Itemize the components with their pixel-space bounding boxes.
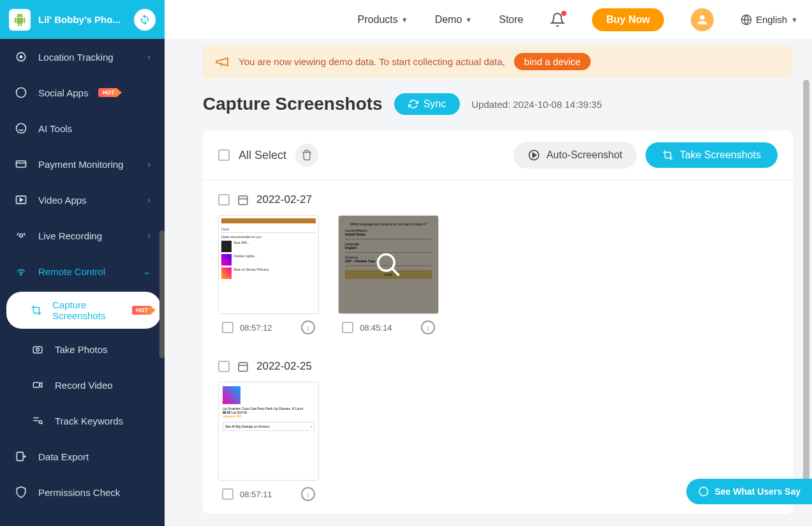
screenshot-thumbnail[interactable]: Which language and currency do you want … [338,215,439,314]
chat-widget[interactable]: See What Users Say [686,479,812,504]
chevron-right-icon: › [147,159,151,169]
sidebar-item-recording[interactable]: Live Recording› [0,218,165,253]
search-list-icon [31,414,45,428]
wifi-icon [14,264,28,278]
updated-text: Updated: 2024-10-08 14:39:35 [471,99,602,110]
notifications-icon[interactable] [550,12,565,27]
page-title: Capture Screenshots [203,94,383,114]
android-icon [9,9,31,31]
sidebar-item-permissions[interactable]: Permissions Check [0,474,165,510]
screenshot-card[interactable]: Which language and currency do you want … [338,215,439,341]
magnify-icon [374,251,402,279]
svg-rect-5 [17,161,26,167]
download-icon[interactable]: ↓ [421,320,435,334]
svg-marker-8 [20,199,22,202]
camera-icon [31,342,45,356]
svg-point-4 [17,124,26,133]
language-selector[interactable]: English ▼ [741,14,798,26]
sidebar-item-ai[interactable]: AI Tools [0,110,165,146]
svg-point-24 [378,254,395,271]
take-screenshots-button[interactable]: Take Screenshots [646,142,778,168]
sidebar-item-remote[interactable]: Remote Control⌄ [0,253,165,289]
device-name: Lil' Bobby's Pho... [38,14,126,25]
item-checkbox[interactable] [342,322,353,333]
svg-point-12 [36,349,40,352]
sidebar-item-capture[interactable]: Capture Screenshots HOT [6,292,161,329]
nav-store[interactable]: Store [499,14,523,26]
select-all-checkbox[interactable] [218,149,230,161]
screenshot-card[interactable]: Lip Smacker Coca-Cola Party Pack Lip Glo… [218,382,319,507]
sidebar-item-video[interactable]: Video Apps› [0,182,165,218]
crop-icon [662,149,674,161]
content-scrollbar[interactable] [803,80,809,488]
item-checkbox[interactable] [222,322,233,333]
screenshot-card[interactable]: Deals Deals recommended for you Save $45… [218,215,319,341]
svg-line-25 [392,268,399,275]
export-icon [14,449,28,463]
svg-line-18 [41,423,43,425]
screenshot-time: 08:57:11 [240,490,272,499]
screenshot-thumbnail[interactable]: Lip Smacker Coca-Cola Party Pack Lip Glo… [218,382,319,481]
sidebar-item-photos[interactable]: Take Photos [0,331,165,367]
camcorder-icon [31,378,45,392]
download-icon[interactable]: ↓ [301,320,315,334]
svg-point-10 [20,274,22,275]
sidebar-item-payment[interactable]: Payment Monitoring› [0,146,165,182]
avatar[interactable] [691,8,714,31]
date-label: 2022-02-25 [256,360,312,373]
date-checkbox[interactable] [218,361,230,372]
shield-icon [14,485,28,499]
svg-point-9 [20,234,23,237]
chat-icon [14,86,28,100]
bind-device-button[interactable]: bind a device [514,53,591,70]
content: You are now viewing demo data. To start … [165,39,812,526]
hot-badge: HOT [98,88,118,97]
svg-rect-13 [33,382,40,387]
sidebar-item-record-video[interactable]: Record Video [0,367,165,403]
download-icon[interactable]: ↓ [301,487,315,501]
chat-icon [698,486,709,497]
demo-alert: You are now viewing demo data. To start … [203,45,793,78]
screenshot-time: 08:57:12 [240,323,272,333]
switch-device-icon[interactable] [134,9,156,31]
screenshot-thumbnail[interactable]: Deals Deals recommended for you Save $45… [218,215,319,314]
item-checkbox[interactable] [222,488,233,500]
delete-button[interactable] [295,144,318,167]
sidebar-item-location[interactable]: Location Tracking› [0,39,165,75]
sidebar-scrollbar[interactable] [159,230,165,358]
trash-icon [301,149,313,161]
calendar-icon [237,361,249,372]
calendar-icon [237,194,249,206]
sidebar: Location Tracking› Social Apps HOT AI To… [0,39,165,526]
screenshot-time: 08:45:14 [360,323,392,333]
card-icon [14,157,28,171]
chevron-right-icon: › [147,195,151,205]
chevron-right-icon: › [147,230,151,241]
hot-badge: HOT [132,306,152,315]
chevron-right-icon: › [147,52,151,62]
sync-button[interactable]: Sync [394,93,461,115]
target-icon [14,50,28,64]
sidebar-item-social[interactable]: Social Apps HOT [0,75,165,110]
buy-now-button[interactable]: Buy Now [592,8,663,31]
sidebar-item-keywords[interactable]: Track Keywords [0,403,165,439]
date-checkbox[interactable] [218,194,230,206]
auto-screenshot-button[interactable]: Auto-Screenshot [513,142,637,169]
device-badge[interactable]: Lil' Bobby's Pho... [0,0,165,39]
svg-rect-22 [239,196,247,205]
date-label: 2022-02-27 [256,193,312,206]
svg-rect-19 [17,452,23,460]
crop-icon [31,303,42,317]
svg-marker-14 [40,382,42,387]
auto-icon [528,149,540,162]
megaphone-icon [214,54,230,70]
svg-point-3 [17,88,26,98]
notification-dot [561,11,566,16]
video-icon [14,193,28,207]
sidebar-item-export[interactable]: Data Export [0,439,165,474]
refresh-icon [408,99,418,109]
nav-products[interactable]: Products▼ [358,14,408,26]
nav-demo[interactable]: Demo▼ [435,14,473,26]
select-all-label: All Select [239,149,286,162]
chevron-down-icon: ⌄ [143,266,151,276]
